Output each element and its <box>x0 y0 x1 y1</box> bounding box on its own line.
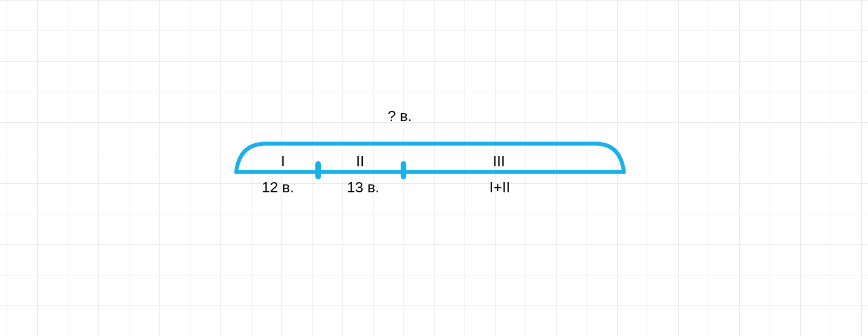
segment-1-value: 12 в. <box>262 179 294 196</box>
question-label: ? в. <box>388 107 412 125</box>
segment-2-value: 13 в. <box>347 179 379 196</box>
segment-3-value: I+II <box>489 179 510 196</box>
segment-1-roman: I <box>281 153 285 170</box>
bar-diagram <box>0 0 868 336</box>
segment-3-roman: III <box>493 153 505 170</box>
brace-top <box>236 144 624 172</box>
segment-2-roman: II <box>356 153 364 170</box>
